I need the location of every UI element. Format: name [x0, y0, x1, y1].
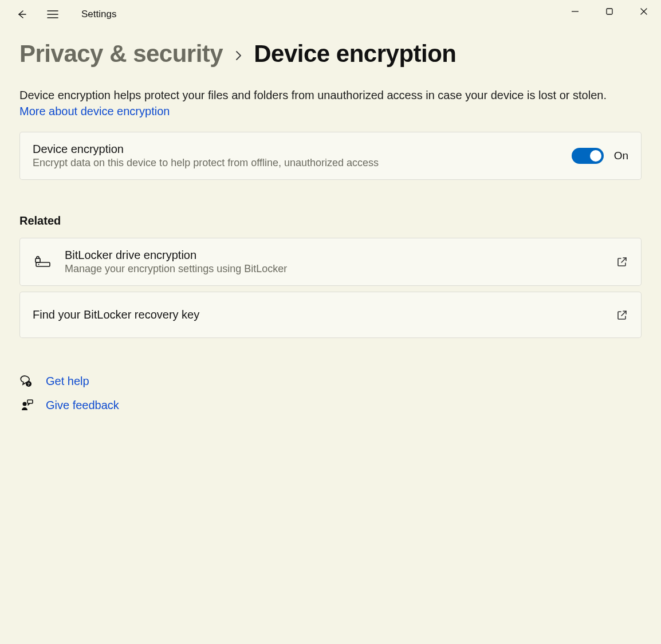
device-encryption-card: Device encryption Encrypt data on this d… [19, 132, 642, 180]
arrow-left-icon [16, 9, 27, 20]
learn-more-link[interactable]: More about device encryption [19, 105, 170, 117]
find-recovery-key-item[interactable]: Find your BitLocker recovery key [19, 292, 642, 338]
card-body: Device encryption Encrypt data on this d… [33, 143, 572, 169]
maximize-button[interactable] [592, 0, 627, 23]
svg-point-12 [23, 402, 27, 406]
related-header: Related [19, 214, 642, 227]
card-subtitle: Encrypt data on this device to help prot… [33, 157, 572, 169]
card-title: BitLocker drive encryption [65, 249, 616, 262]
bitlocker-drive-encryption-item[interactable]: BitLocker drive encryption Manage your e… [19, 238, 642, 286]
page-content: Privacy & security Device encryption Dev… [0, 29, 661, 417]
description-text: Device encryption helps protect your fil… [19, 89, 607, 101]
window-controls [558, 0, 661, 23]
external-link-icon [616, 256, 628, 268]
page-title: Device encryption [254, 40, 456, 68]
device-encryption-toggle[interactable] [572, 148, 604, 164]
footer-link-label: Get help [46, 375, 89, 388]
breadcrumb-parent[interactable]: Privacy & security [19, 40, 223, 68]
close-icon [640, 7, 648, 15]
app-title: Settings [81, 9, 116, 20]
page-description: Device encryption helps protect your fil… [19, 87, 627, 119]
card-trailing: On [572, 148, 628, 164]
hamburger-icon [47, 10, 58, 19]
card-title: Find your BitLocker recovery key [33, 308, 616, 321]
back-button[interactable] [10, 3, 33, 26]
minimize-button[interactable] [558, 0, 592, 23]
feedback-icon [19, 398, 34, 413]
give-feedback-link[interactable]: Give feedback [19, 393, 642, 417]
nav-menu-button[interactable] [41, 3, 64, 26]
toggle-knob [590, 150, 601, 162]
close-button[interactable] [627, 0, 661, 23]
chevron-right-icon [234, 49, 242, 65]
footer-links: ? Get help Give feedback [19, 369, 642, 417]
breadcrumb: Privacy & security Device encryption [19, 40, 642, 68]
drive-lock-icon [33, 256, 52, 268]
card-title: Device encryption [33, 143, 572, 156]
get-help-link[interactable]: ? Get help [19, 369, 642, 393]
card-body: Find your BitLocker recovery key [33, 308, 616, 321]
footer-link-label: Give feedback [46, 399, 119, 412]
svg-point-8 [38, 264, 40, 265]
card-body: BitLocker drive encryption Manage your e… [65, 249, 616, 275]
svg-rect-9 [36, 258, 40, 262]
card-subtitle: Manage your encryption settings using Bi… [65, 263, 616, 275]
maximize-icon [605, 7, 613, 15]
help-icon: ? [19, 374, 34, 388]
toggle-state-label: On [614, 150, 628, 162]
svg-text:?: ? [27, 382, 30, 386]
minimize-icon [571, 7, 579, 15]
svg-rect-13 [27, 400, 33, 403]
svg-rect-4 [607, 9, 612, 14]
external-link-icon [616, 309, 628, 321]
